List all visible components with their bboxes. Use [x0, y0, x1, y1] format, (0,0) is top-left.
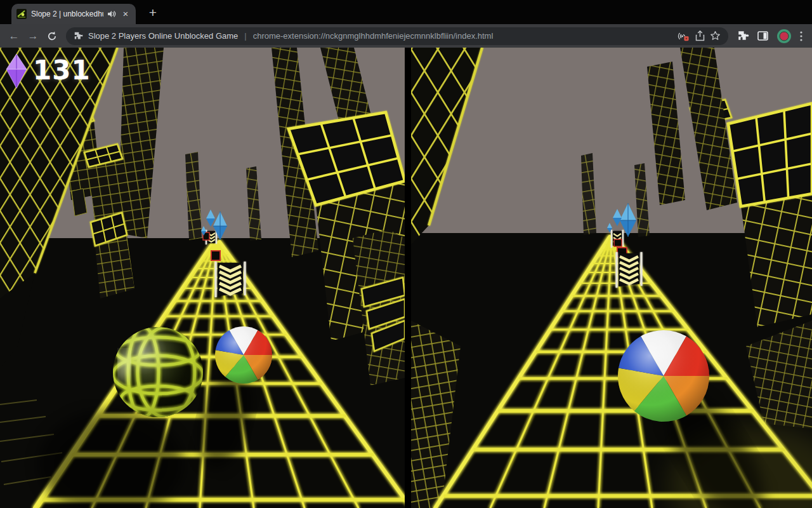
toolbar-right-cluster	[733, 29, 807, 44]
new-tab-button[interactable]: +	[145, 4, 161, 21]
media-session-blocked-icon[interactable]	[678, 31, 690, 41]
right-player-view[interactable]	[411, 48, 812, 508]
back-button[interactable]: ←	[5, 27, 23, 45]
share-icon[interactable]	[695, 30, 705, 41]
address-bar[interactable]: Slope 2 Players Online Unblocked Game | …	[66, 27, 728, 45]
speaker-playing-icon[interactable]	[108, 10, 116, 18]
tab-slope2[interactable]: Slope 2 | unblockedhub ×	[11, 4, 136, 24]
menu-kebab-icon[interactable]	[799, 30, 803, 42]
beach-ball	[618, 330, 709, 422]
url-separator: |	[243, 31, 247, 41]
browser-window: Slope 2 | unblockedhub × + ← →	[0, 0, 812, 508]
reload-button[interactable]	[43, 27, 61, 45]
reload-icon	[47, 31, 57, 41]
tab-title: Slope 2 | unblockedhub	[31, 10, 103, 18]
purple-gem-icon	[3, 53, 30, 90]
extension-puzzle-icon	[74, 31, 83, 41]
extensions-puzzle-icon[interactable]	[737, 30, 749, 42]
side-panel-icon[interactable]	[757, 30, 769, 42]
score-hud: 131	[3, 53, 91, 90]
favicon-slope2-icon	[16, 9, 27, 19]
forward-button[interactable]: →	[24, 27, 42, 45]
page-url-text: chrome-extension://nckgnmglhhdmhfeniejec…	[253, 31, 672, 41]
tab-strip: Slope 2 | unblockedhub × +	[0, 0, 812, 24]
green-neon-ball	[113, 327, 203, 417]
beach-ball	[215, 326, 272, 384]
score-value: 131	[33, 53, 91, 88]
browser-toolbar: ← → Slope 2 Players Online Unblocked Gam…	[0, 24, 812, 48]
profile-avatar[interactable]	[776, 29, 792, 44]
game-viewport[interactable]: 131	[0, 48, 812, 508]
page-title-text: Slope 2 Players Online Unblocked Game	[88, 31, 238, 41]
tab-close-icon[interactable]: ×	[121, 9, 131, 19]
left-player-view[interactable]	[0, 48, 405, 508]
bookmark-star-icon[interactable]	[710, 30, 721, 41]
